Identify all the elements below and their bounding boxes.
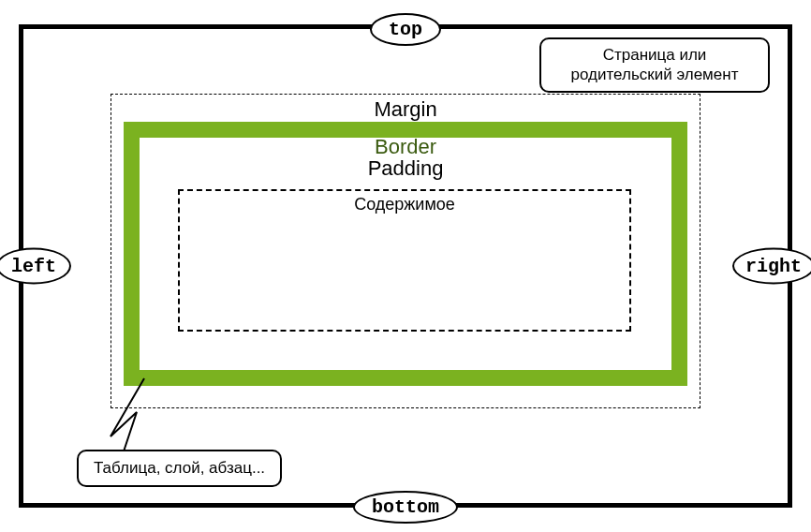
content-label: Содержимое (354, 195, 455, 214)
edge-label-bottom: bottom (353, 491, 458, 524)
element-example-text: Таблица, слой, абзац... (94, 459, 265, 477)
element-example-callout: Таблица, слой, абзац... (77, 450, 282, 487)
padding-label: Padding (368, 156, 444, 181)
page-callout-line1: Страница или (603, 46, 707, 64)
speech-tail-icon (103, 375, 169, 459)
page-or-parent-callout: Страница или родительский элемент (539, 37, 770, 93)
margin-label: Margin (374, 97, 436, 122)
content-box: Содержимое (178, 189, 631, 332)
edge-label-top: top (370, 13, 441, 46)
page-callout-line2: родительский элемент (571, 66, 739, 83)
edge-label-right: right (732, 248, 811, 285)
